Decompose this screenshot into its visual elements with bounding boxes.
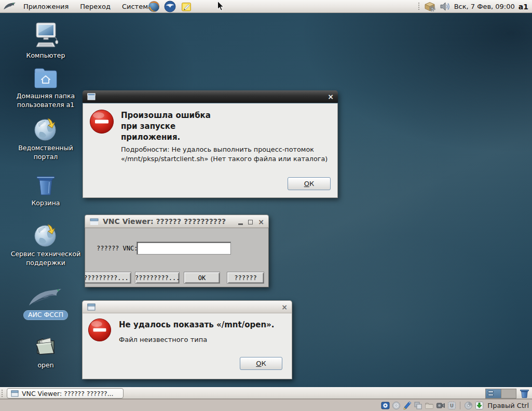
vnc-options-button[interactable]: ?????????... — [135, 272, 180, 284]
computer-icon — [32, 22, 59, 50]
vbox-shared-folders-icon[interactable] — [425, 401, 434, 410]
vbox-harddisk-icon[interactable] — [381, 401, 390, 410]
panel-tray: Вск, 7 Фев, 09:00 a1 — [418, 0, 528, 13]
web-globe-icon — [33, 116, 59, 142]
vbox-keyboard-capture-icon[interactable] — [475, 401, 484, 410]
desktop-screen: Приложения Переход Система — [0, 0, 532, 411]
vnc-button-label: ?????? — [234, 274, 256, 282]
web-globe-icon — [33, 222, 59, 248]
vbox-status-bar: U Правый Ctrl — [0, 399, 532, 411]
vbox-host-key-label: Правый Ctrl — [487, 402, 529, 409]
ok-button[interactable]: ОК — [288, 177, 331, 190]
window-icon — [87, 303, 96, 311]
task-label: VNC Viewer: ?????? ??????... — [22, 390, 114, 397]
vbox-usb-icon[interactable]: U — [447, 401, 456, 410]
error-dialog-open: × Не удалось показать «/mnt/open». Файл … — [82, 300, 292, 379]
desktop-icon-support[interactable]: Сервис технической поддержки — [8, 222, 83, 267]
desktop-icon-label-selected: АИС ФССП — [23, 310, 68, 320]
home-folder-icon — [33, 65, 59, 90]
window-icon — [11, 390, 19, 397]
panel-launchers — [148, 1, 192, 12]
taskbar-task-vnc[interactable]: VNC Viewer: ?????? ??????... — [7, 388, 124, 399]
taskbar-drag-handle[interactable] — [1, 389, 4, 398]
error-details: Подробности: Не удалось выполнить процес… — [121, 145, 335, 164]
vbox-shared-clipboard-icon[interactable] — [414, 401, 422, 410]
panel-username[interactable]: a1 — [519, 3, 528, 11]
vbox-display-icon[interactable] — [436, 401, 445, 410]
open-folder-icon — [33, 335, 58, 360]
mouse-cursor — [217, 1, 224, 11]
close-icon[interactable]: × — [328, 92, 334, 101]
vbox-separator — [460, 402, 460, 409]
desktop-icon-label: Компьютер — [26, 51, 65, 60]
vbox-status-icons: U Правый Ctrl — [381, 401, 529, 410]
vnc-button-label: ?????????... — [135, 274, 180, 282]
desktop-icon-open[interactable]: open — [8, 335, 83, 370]
main-menu: Приложения Переход Система — [18, 0, 158, 13]
minimize-icon[interactable] — [238, 223, 243, 225]
workspace-switcher — [485, 389, 516, 399]
desktop-icon-trash[interactable]: Корзина — [8, 173, 83, 208]
dialog-titlebar[interactable]: × — [82, 300, 292, 313]
window-icon — [87, 93, 96, 100]
maximize-icon[interactable] — [248, 220, 253, 224]
vnc-ok-button[interactable]: OK — [184, 272, 220, 284]
workspace-1[interactable] — [486, 389, 501, 398]
desktop-icon-computer[interactable]: Компьютер — [8, 22, 83, 60]
top-panel: Приложения Переход Система — [0, 0, 532, 13]
vbox-mouse-integration-icon[interactable] — [464, 401, 473, 410]
firefox-icon[interactable] — [148, 1, 160, 12]
desktop-icon-portal[interactable]: Ведомственный портал — [8, 116, 83, 161]
error-icon — [89, 109, 114, 134]
desktop-icon-label: Корзина — [31, 199, 60, 208]
desktop-icon-label: Ведомственный портал — [8, 144, 83, 161]
error-dialog-startclient: × Произошла ошибка при запуске приложени… — [83, 90, 338, 198]
desktop-icon-label: Сервис технической поддержки — [8, 250, 83, 267]
vnc-cancel-button[interactable]: ?????? — [227, 272, 264, 284]
desktop-icon-label: open — [37, 361, 53, 370]
vnc-window-controls: × — [238, 215, 264, 229]
trash-icon — [33, 173, 58, 197]
panel-clock[interactable]: Вск, 7 Фев, 09:00 — [454, 3, 515, 10]
ok-button-label: ОК — [256, 360, 266, 367]
desktop-icon-ais-fssp[interactable]: АИС ФССП — [8, 287, 83, 320]
window-icon — [90, 218, 99, 226]
trash-applet-icon[interactable] — [519, 388, 530, 399]
bottom-taskbar: VNC Viewer: ?????? ??????... — [0, 387, 532, 399]
close-icon[interactable]: × — [258, 218, 264, 226]
vnc-about-button[interactable]: ?????????... — [85, 272, 131, 284]
vnc-body: ?????? VNC: ?????????... ?????????... OK… — [85, 228, 269, 287]
vnc-button-label: OK — [198, 274, 206, 282]
ok-button[interactable]: ОК — [240, 357, 282, 370]
desktop-icon-home-folder[interactable]: Домашняя папка пользователя a1 — [8, 65, 83, 109]
vnc-title-text: VNC Viewer: ?????? ?????????? — [103, 217, 226, 226]
vbox-network-icon[interactable] — [403, 401, 412, 410]
menu-applications[interactable]: Приложения — [18, 0, 74, 13]
notes-icon[interactable] — [180, 1, 192, 12]
dialog-body: Произошла ошибка при запуске приложения.… — [83, 103, 338, 198]
dialog-body: Не удалось показать «/mnt/open». Файл не… — [82, 313, 292, 379]
error-heading: Не удалось показать «/mnt/open». — [119, 320, 274, 330]
panel-drag-handle[interactable] — [418, 2, 420, 11]
vnc-server-input[interactable] — [137, 242, 231, 255]
workspace-2[interactable] — [501, 389, 516, 398]
volume-icon[interactable] — [440, 1, 451, 12]
error-body-text: Файл неизвестного типа — [119, 335, 207, 344]
thunderbird-icon[interactable] — [164, 1, 176, 12]
error-icon — [88, 318, 112, 342]
desktop-icon-label: Домашняя папка пользователя a1 — [8, 92, 83, 109]
vnc-server-label: ?????? VNC: — [97, 245, 138, 252]
close-icon[interactable]: × — [281, 302, 288, 312]
distro-logo-icon[interactable] — [3, 2, 16, 11]
dialog-titlebar[interactable]: × — [83, 90, 338, 103]
updates-icon[interactable] — [424, 1, 436, 12]
error-heading: Произошла ошибка при запуске приложения. — [121, 110, 211, 143]
usb-glyph: U — [450, 403, 454, 408]
vnc-titlebar[interactable]: VNC Viewer: ?????? ?????????? × — [85, 215, 269, 228]
ok-button-label: ОК — [304, 180, 314, 188]
menu-places[interactable]: Переход — [74, 0, 116, 13]
vbox-cdrom-icon[interactable] — [392, 401, 401, 410]
vnc-button-label: ?????????... — [85, 274, 129, 282]
eagle-icon — [27, 287, 64, 309]
vnc-viewer-dialog: VNC Viewer: ?????? ?????????? × ?????? V… — [85, 215, 269, 287]
